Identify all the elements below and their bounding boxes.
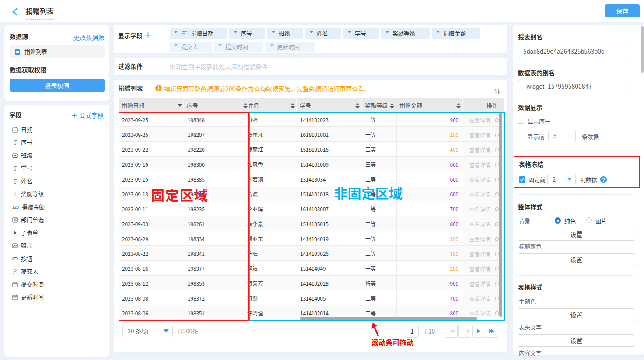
svg-text:123: 123 bbox=[12, 205, 19, 210]
